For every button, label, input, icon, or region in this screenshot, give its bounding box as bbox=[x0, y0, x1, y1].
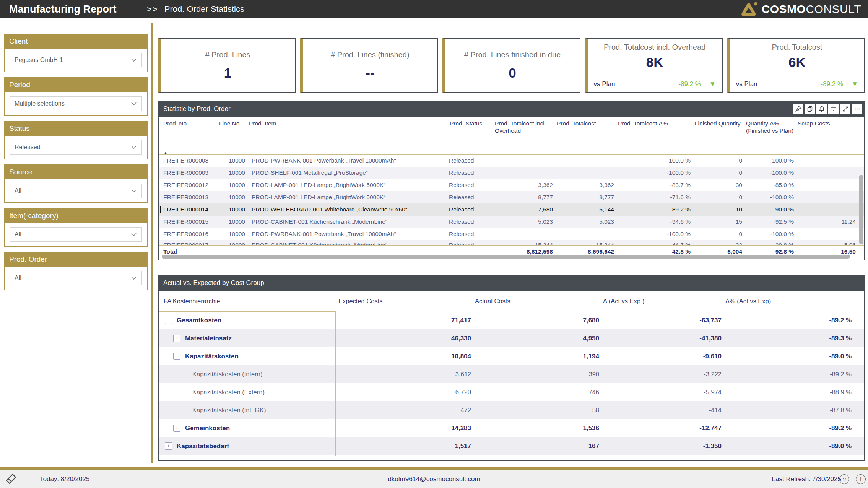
hierarchy-label: Kapazitätskosten bbox=[185, 353, 239, 360]
report-title: Manufacturing Report bbox=[9, 3, 117, 15]
help-icon[interactable]: ? bbox=[839, 474, 849, 484]
column-header-prod-totalcost[interactable]: Prod. Totalcost Δ% bbox=[615, 120, 691, 149]
hierarchy-cell: +Kapazitätsbedarf bbox=[159, 442, 335, 450]
column-header-scrap-costs[interactable]: Scrap Costs bbox=[795, 120, 857, 149]
focus-mode-icon[interactable] bbox=[840, 104, 850, 114]
column-header-actual-costs[interactable]: Actual Costs bbox=[472, 298, 600, 305]
table-row[interactable]: FREIFER00001310000PROD-LAMP-001 LED-Lamp… bbox=[159, 191, 864, 203]
column-header-fa-kostenhierarchie[interactable]: FA Kostenhierarchie bbox=[159, 298, 335, 305]
info-icon[interactable]: i bbox=[856, 474, 866, 484]
cell-scrap-costs: 11,24 bbox=[795, 218, 857, 225]
cost-row-gesamtkosten[interactable]: −Gesamtkosten 71,4177,680-63,737-89.2 % bbox=[159, 311, 864, 329]
column-header-prod-no[interactable]: Prod. No. bbox=[159, 120, 216, 149]
cell-prod-totalcost: 3,362 bbox=[554, 182, 615, 189]
filter-dropdown-item-category[interactable]: All bbox=[10, 227, 142, 242]
cell-prod-status: Released bbox=[447, 157, 492, 164]
expand-icon[interactable]: + bbox=[165, 442, 172, 450]
column-header-prod-status[interactable]: Prod. Status bbox=[447, 120, 492, 149]
cell-prod-item: PROD-SHELF-001 Metallregal „ProStorage“ bbox=[246, 169, 447, 176]
filter-dropdown-period[interactable]: Multiple selections bbox=[10, 96, 142, 111]
cost-row-kapazit-tskosten[interactable]: −Kapazitätskosten 10,8041,194-9,610-89.0… bbox=[159, 347, 864, 365]
cost-row-kapazit-tsbedarf[interactable]: +Kapazitätsbedarf 1,517167-1,350-89.0 % bbox=[159, 437, 864, 455]
kpi-value: 8K bbox=[588, 55, 722, 70]
cost-row-kapazit-tskosten-intern[interactable]: Kapazitätskosten (Intern) 3,612390-3,222… bbox=[159, 365, 864, 383]
cell-expected-costs: 3,612 bbox=[335, 371, 472, 378]
vertical-scrollbar[interactable] bbox=[859, 175, 863, 244]
cell-line-no: 10000 bbox=[216, 194, 246, 201]
horizontal-scrollbar[interactable] bbox=[162, 255, 850, 259]
column-header-prod-totalcost[interactable]: Prod. Totalcost bbox=[554, 120, 615, 149]
cell-prod-status: Released bbox=[447, 240, 492, 245]
cell-act-vs-exp: -3,222 bbox=[600, 371, 722, 378]
alert-icon[interactable] bbox=[816, 104, 827, 114]
table-row[interactable]: FREIFER00000910000PROD-SHELF-001 Metallr… bbox=[159, 167, 864, 179]
cell-prod-totalcost-incl-overhead: 8,777 bbox=[492, 194, 554, 201]
column-header-prod-totalcost-incl-overhead[interactable]: Prod. Totalcost incl. Overhead bbox=[492, 120, 554, 149]
expand-icon[interactable]: + bbox=[173, 425, 180, 432]
pin-icon[interactable] bbox=[793, 104, 803, 114]
cell-actual-costs: 58 bbox=[472, 407, 600, 414]
page-title: Prod. Order Statistics bbox=[164, 4, 244, 14]
cell-prod-no: FREIFER000015 bbox=[159, 218, 216, 225]
filter-selected-value: All bbox=[15, 275, 131, 281]
expand-icon[interactable]: + bbox=[173, 335, 180, 342]
column-header-expected-costs[interactable]: Expected Costs bbox=[335, 298, 472, 305]
column-header-act-vs-exp[interactable]: Δ (Act vs Exp.) bbox=[600, 298, 722, 305]
cell-act-vs-exp: -89.0 % bbox=[722, 442, 852, 450]
cell-prod-totalcost-incl-overhead: 15,344 bbox=[492, 240, 554, 245]
cell-line-no: 10000 bbox=[216, 169, 246, 176]
kpi-title: # Prod. Lines (finished) bbox=[331, 50, 410, 59]
cell-prod-no: FREIFER000012 bbox=[159, 182, 216, 189]
total-scrap-costs: 16,50 bbox=[795, 248, 857, 255]
table-row[interactable]: FREIFER00001510000PROD-CABINET-001 Küche… bbox=[159, 216, 864, 228]
cell-expected-costs: 46,330 bbox=[335, 335, 472, 342]
hierarchy-label: Kapazitätskosten (Extern) bbox=[192, 389, 265, 396]
column-divider bbox=[335, 311, 336, 456]
filter-dropdown-status[interactable]: Released bbox=[10, 140, 142, 155]
filter-icon[interactable] bbox=[828, 104, 839, 114]
cell-finished-quantity: 0 bbox=[691, 169, 743, 176]
table-row[interactable]: FREIFER00001210000PROD-LAMP-001 LED-Lamp… bbox=[159, 179, 864, 191]
cell-actual-costs: 4,950 bbox=[472, 335, 600, 342]
cell-act-vs-exp: -89.3 % bbox=[722, 335, 852, 342]
cell-act-vs-exp: -63,737 bbox=[600, 317, 722, 324]
cost-panel-title-text: Actual vs. Expected by Cost Group bbox=[163, 279, 264, 287]
cost-row-gemeinkosten[interactable]: +Gemeinkosten 14,2831,536-12,747-89.2 % bbox=[159, 419, 864, 437]
column-header-finished-quantity[interactable]: Finished Quantity bbox=[691, 120, 743, 149]
table-row[interactable]: FREIFER00001710000PROD-CABINET-001 Küche… bbox=[159, 240, 864, 245]
chevron-down-icon bbox=[131, 276, 137, 280]
cell-prod-totalcost: -83.7 % bbox=[615, 182, 691, 189]
sort-indicator-row: ▲ bbox=[159, 149, 864, 155]
column-header-quantity-finished-vs-plan[interactable]: Quantity Δ% (Finished vs Plan) bbox=[743, 120, 795, 149]
column-header-line-no[interactable]: Line No. bbox=[216, 120, 246, 149]
filter-dropdown-source[interactable]: All bbox=[10, 184, 142, 198]
table-row[interactable]: FREIFER00000810000PROD-PWRBANK-001 Power… bbox=[159, 155, 864, 167]
filter-dropdown-client[interactable]: Pegasus GmbH 1 bbox=[10, 53, 142, 67]
cell-prod-no: FREIFER000013 bbox=[159, 194, 216, 201]
column-header-act-vs-exp[interactable]: Δ% (Act vs Exp) bbox=[722, 298, 852, 305]
table-row[interactable]: FREIFER00001410000PROD-WHITEBOARD-001 Wh… bbox=[159, 203, 864, 216]
filter-body: All bbox=[5, 267, 147, 290]
vs-plan-value: -89.2 % bbox=[821, 80, 844, 88]
cost-row-kapazit-tskosten-int-gk[interactable]: Kapazitätskosten (Int. GK) 47258-414-87.… bbox=[159, 401, 864, 419]
hierarchy-label: Kapazitätskosten (Intern) bbox=[192, 371, 262, 378]
filter-label: Source bbox=[5, 165, 147, 179]
vs-plan-label: vs Plan bbox=[594, 80, 615, 88]
cost-row-kapazit-tskosten-extern[interactable]: Kapazitätskosten (Extern) 6,720746-5,974… bbox=[159, 383, 864, 401]
cell-actual-costs: 167 bbox=[472, 442, 600, 450]
column-header-prod-item[interactable]: Prod. Item bbox=[246, 120, 447, 149]
kpi-value: 6K bbox=[730, 55, 864, 70]
more-options-icon[interactable] bbox=[852, 104, 862, 114]
cost-row-materialeinsatz[interactable]: +Materialeinsatz 46,3304,950-41,380-89.3… bbox=[159, 329, 864, 347]
cell-act-vs-exp: -88.9 % bbox=[722, 389, 852, 396]
collapse-icon[interactable]: − bbox=[173, 353, 180, 360]
kpi-title: # Prod. Lines finished in due bbox=[464, 50, 561, 59]
collapse-icon[interactable]: − bbox=[165, 317, 172, 324]
table-row[interactable]: FREIFER00001610000PROD-PWRBANK-001 Power… bbox=[159, 228, 864, 240]
text-cursor bbox=[160, 206, 161, 213]
filter-dropdown-prod-order[interactable]: All bbox=[10, 271, 142, 285]
cell-act-vs-exp: -414 bbox=[600, 407, 722, 414]
chevron-down-icon bbox=[131, 58, 137, 62]
copy-icon[interactable] bbox=[805, 104, 815, 114]
cell-quantity-finished-vs-plan: -100.0 % bbox=[743, 169, 795, 176]
